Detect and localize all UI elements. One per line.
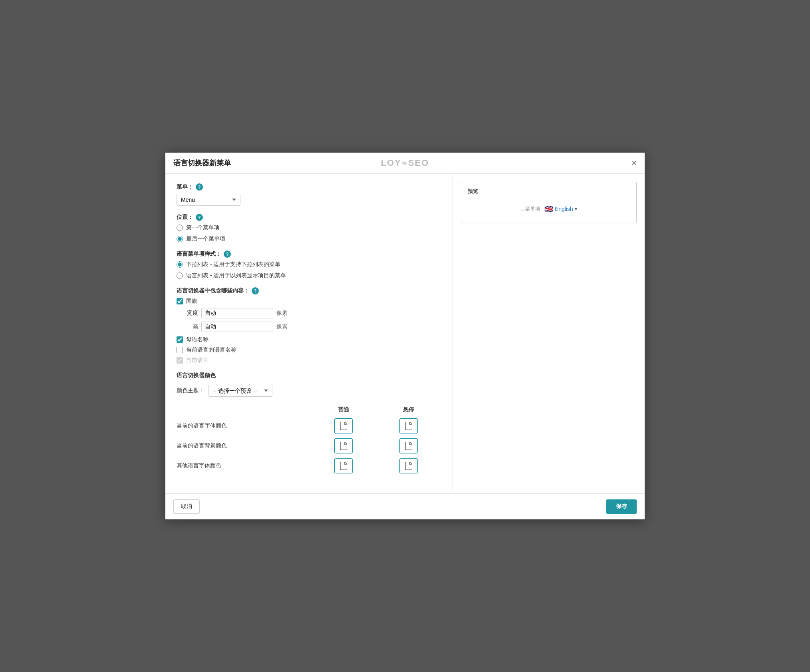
file-icon [405,462,412,470]
preview-content: ...菜单项 🇬🇧 English ▾ [468,201,630,217]
preview-title: 预览 [468,188,630,195]
modal-body: 菜单： ? Menu 位置： ? 第一个菜单项 [165,174,645,493]
color-picker-current-font-normal-btn[interactable] [334,418,353,433]
width-unit: 像素 [276,310,288,317]
preview-dropdown-arrow: ▾ [575,206,577,212]
color-row-other-font-label: 其他语言字体颜色 [177,456,311,476]
flag-size-fields: 宽度 像素 高 像素 [186,308,441,332]
color-row-current-bg: 当前的语言背景颜色 [177,436,441,456]
color-theme-select[interactable]: -- 选择一个预设 -- [208,385,272,397]
contains-section: 语言切换器中包含哪些内容： ? 国旗 宽度 像素 高 [177,287,441,364]
style-list-label: 语言列表 - 适用于以列表显示项目的菜单 [186,272,286,279]
logo: LOY❧SEO [381,158,429,168]
current-lang-name-checkbox-item[interactable]: 当前语言的语言名称 [177,346,441,354]
style-dropdown-radio[interactable] [177,261,183,268]
modal-left-panel: 菜单： ? Menu 位置： ? 第一个菜单项 [165,174,453,493]
preview-box: 预览 ...菜单项 🇬🇧 English ▾ [461,182,637,223]
color-row-current-font-label: 当前的语言字体颜色 [177,416,311,436]
position-radio-group: 第一个菜单项 最后一个菜单项 [177,224,441,243]
save-button[interactable]: 保存 [606,499,637,514]
style-dropdown-option[interactable]: 下拉列表 - 适用于支持下拉列表的菜单 [177,261,441,268]
height-row: 高 像素 [186,322,441,332]
style-radio-group: 下拉列表 - 适用于支持下拉列表的菜单 语言列表 - 适用于以列表显示项目的菜单 [177,261,441,279]
style-list-radio[interactable] [177,272,183,279]
color-row-current-font: 当前的语言字体颜色 [177,416,441,436]
position-last-radio[interactable] [177,236,183,242]
file-icon [340,442,347,450]
width-label: 宽度 [186,310,198,317]
color-picker-other-font-normal-btn[interactable] [334,458,353,473]
color-section-title: 语言切换器颜色 [177,372,441,379]
position-first-label: 第一个菜单项 [186,224,220,231]
preview-lang-switcher: 🇬🇧 English ▾ [544,205,577,213]
modal-container: 语言切换器新菜单 LOY❧SEO × 菜单： ? Menu 位置： [165,153,645,519]
flag-checkbox[interactable] [177,298,183,304]
flag-label: 国旗 [186,298,197,305]
position-section: 位置： ? 第一个菜单项 最后一个菜单项 [177,214,441,243]
color-col-normal: 普通 [311,404,376,416]
menu-select[interactable]: Menu [177,194,240,206]
current-lang-name-checkbox[interactable] [177,347,183,353]
logo-fork-icon: ❧ [401,159,408,167]
color-col-hover: 悬停 [376,404,441,416]
current-lang-checkbox [177,357,183,364]
file-icon [340,462,347,470]
logo-text-right: SEO [408,158,429,168]
position-help-icon[interactable]: ? [196,214,203,221]
preview-menu-link[interactable]: ...菜单项 [520,205,540,213]
position-first-radio[interactable] [177,225,183,231]
height-label: 高 [186,323,198,330]
flag-uk-icon: 🇬🇧 [544,205,553,213]
style-label: 语言菜单项样式： ? [177,251,441,258]
flag-checkbox-item[interactable]: 国旗 [177,298,441,305]
style-help-icon[interactable]: ? [224,251,231,258]
cancel-button[interactable]: 取消 [173,499,200,514]
contains-label: 语言切换器中包含哪些内容： ? [177,287,441,294]
color-table: 普通 悬停 当前的语言字体颜色 [177,404,441,476]
color-row-other-font: 其他语言字体颜色 [177,456,441,476]
position-label: 位置： ? [177,214,441,221]
native-name-label: 母语名称 [186,336,208,343]
close-button[interactable]: × [631,159,637,167]
file-icon [405,442,412,450]
color-picker-current-bg-normal-btn[interactable] [334,438,353,453]
current-lang-checkbox-item: 当前语言 [177,357,441,364]
color-row-current-bg-label: 当前的语言背景颜色 [177,436,311,456]
native-name-checkbox[interactable] [177,336,183,343]
color-picker-other-font-hover-btn[interactable] [399,458,418,473]
color-picker-current-font-hover [376,416,441,436]
menu-help-icon[interactable]: ? [196,183,203,191]
modal-title: 语言切换器新菜单 [173,158,231,168]
style-list-option[interactable]: 语言列表 - 适用于以列表显示项目的菜单 [177,272,441,279]
color-theme-row: 颜色主题： -- 选择一个预设 -- [177,385,441,397]
file-icon [405,422,412,430]
current-lang-label: 当前语言 [186,357,208,364]
native-name-checkbox-item[interactable]: 母语名称 [177,336,441,343]
height-unit: 像素 [276,323,288,330]
logo-text-left: LOY [381,158,401,168]
color-picker-current-font-normal [311,416,376,436]
modal-header: 语言切换器新菜单 LOY❧SEO × [165,153,645,174]
width-input[interactable] [201,308,273,318]
color-section: 语言切换器颜色 颜色主题： -- 选择一个预设 -- 普通 悬停 [177,372,441,476]
color-theme-label: 颜色主题： [177,387,204,394]
position-last-option[interactable]: 最后一个菜单项 [177,235,441,243]
position-last-label: 最后一个菜单项 [186,235,225,243]
height-input[interactable] [201,322,273,332]
current-lang-name-label: 当前语言的语言名称 [186,346,236,354]
color-picker-current-bg-hover-btn[interactable] [399,438,418,453]
color-col-label [177,404,311,416]
style-section: 语言菜单项样式： ? 下拉列表 - 适用于支持下拉列表的菜单 语言列表 - 适用… [177,251,441,279]
modal-right-panel: 预览 ...菜单项 🇬🇧 English ▾ [453,174,645,493]
position-first-option[interactable]: 第一个菜单项 [177,224,441,231]
width-row: 宽度 像素 [186,308,441,318]
modal-footer: 取消 保存 [165,493,645,519]
preview-lang-text[interactable]: English [555,206,573,212]
file-icon [340,422,347,430]
menu-label: 菜单： ? [177,183,441,191]
menu-section: 菜单： ? Menu [177,183,441,206]
contains-help-icon[interactable]: ? [252,287,259,294]
color-picker-current-font-hover-btn[interactable] [399,418,418,433]
style-dropdown-label: 下拉列表 - 适用于支持下拉列表的菜单 [186,261,280,268]
